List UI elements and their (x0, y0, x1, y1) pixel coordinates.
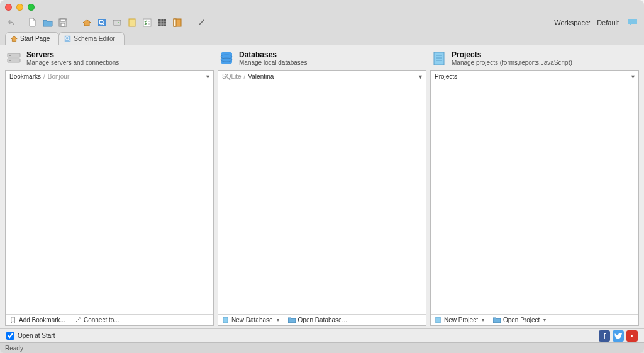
minimize-window-button[interactable] (16, 4, 23, 11)
save-button[interactable] (57, 16, 69, 29)
chevron-down-icon: ▾ (482, 317, 484, 323)
undo-button[interactable] (5, 16, 18, 29)
dropdown-icon[interactable]: ▼ (418, 74, 423, 80)
tab-start-page[interactable]: Start Page (5, 32, 59, 45)
open-at-start-label: Open at Start (18, 332, 55, 339)
home-button[interactable] (80, 16, 93, 29)
databases-subtitle: Manage local databases (239, 59, 307, 67)
sidebar-button[interactable] (171, 16, 184, 29)
search-button[interactable] (96, 16, 108, 29)
databases-panel-tabs[interactable]: SQLite / Valentina ▼ (218, 71, 426, 82)
folder-icon (288, 317, 296, 323)
svg-rect-9 (158, 19, 166, 26)
servers-column: Servers Manage servers and connections B… (5, 49, 214, 326)
youtube-icon (628, 333, 636, 339)
close-window-button[interactable] (5, 4, 12, 11)
servers-tab-bonjour[interactable]: Bonjour (48, 73, 69, 80)
open-at-start-toggle[interactable]: Open at Start (6, 332, 55, 340)
tab-separator: / (244, 73, 246, 80)
new-database-label: New Database (231, 317, 273, 323)
database-icon (219, 51, 234, 66)
svg-rect-22 (434, 52, 444, 65)
bottom-strip: Open at Start f (0, 328, 644, 342)
servers-footer: Add Bookmark... Connect to... (6, 314, 213, 325)
databases-tab-sqlite[interactable]: SQLite (222, 73, 242, 80)
social-links: f (599, 330, 638, 342)
databases-footer: New Database ▾ Open Database... (218, 314, 426, 325)
dropdown-icon[interactable]: ▼ (630, 74, 636, 80)
wand-button[interactable] (195, 16, 208, 29)
start-page-content: Servers Manage servers and connections B… (0, 45, 644, 342)
svg-rect-1 (60, 19, 65, 21)
main-toolbar: Workspace: Default (0, 14, 644, 31)
servers-list (6, 82, 213, 314)
svg-rect-2 (61, 23, 65, 26)
open-folder-button[interactable] (42, 16, 54, 29)
tab-label: Schema Editor (74, 35, 115, 42)
servers-header: Servers Manage servers and connections (5, 49, 214, 70)
add-bookmark-label: Add Bookmark... (19, 317, 65, 323)
open-database-button[interactable]: Open Database... (288, 317, 347, 323)
new-file-button[interactable] (26, 16, 39, 29)
databases-column: Databases Manage local databases SQLite … (218, 49, 426, 326)
projects-list (431, 82, 638, 314)
svg-rect-7 (129, 19, 135, 26)
svg-point-16 (9, 55, 11, 56)
servers-panel: Bookmarks / Bonjour ▼ Add Bookmark... (5, 70, 214, 326)
dropdown-icon[interactable]: ▼ (205, 74, 211, 80)
sidebar-icon (173, 18, 182, 27)
projects-tab[interactable]: Projects (435, 73, 457, 80)
columns-row: Servers Manage servers and connections B… (0, 45, 644, 328)
checklist-button[interactable] (141, 16, 153, 29)
twitter-button[interactable] (613, 330, 624, 342)
databases-panel: SQLite / Valentina ▼ New Database ▾ (218, 70, 426, 326)
svg-rect-8 (143, 19, 151, 26)
projects-header: Projects Manage projects (forms,reports,… (430, 49, 639, 70)
grid-button[interactable] (156, 16, 169, 29)
servers-subtitle: Manage servers and connections (26, 59, 119, 67)
tab-strip: Start Page Schema Editor (0, 31, 644, 45)
chat-icon (628, 18, 638, 27)
tab-separator: / (43, 73, 45, 80)
tab-schema-editor[interactable]: Schema Editor (58, 32, 125, 45)
svg-point-6 (118, 22, 119, 23)
window-controls (5, 4, 35, 11)
chevron-down-icon: ▾ (277, 317, 279, 323)
new-project-button[interactable]: New Project ▾ (435, 317, 484, 323)
new-project-label: New Project (444, 317, 478, 323)
search-icon (97, 18, 106, 27)
open-at-start-checkbox[interactable] (6, 332, 14, 340)
svg-point-17 (9, 60, 11, 61)
databases-header: Databases Manage local databases (218, 49, 426, 70)
open-project-button[interactable]: Open Project ▾ (493, 317, 546, 323)
file-icon (28, 18, 37, 28)
add-bookmark-button[interactable]: Add Bookmark... (9, 317, 65, 323)
servers-panel-tabs[interactable]: Bookmarks / Bonjour ▼ (6, 71, 213, 82)
projects-footer: New Project ▾ Open Project ▾ (431, 314, 638, 325)
project-icon (431, 51, 447, 66)
zoom-window-button[interactable] (28, 4, 35, 11)
open-project-label: Open Project (503, 317, 540, 323)
twitter-icon (614, 333, 622, 339)
status-bar: Ready (0, 342, 644, 353)
chat-button[interactable] (626, 16, 639, 29)
file-plus-icon (222, 317, 229, 323)
new-database-button[interactable]: New Database ▾ (222, 317, 279, 323)
connect-to-button[interactable]: Connect to... (74, 317, 119, 323)
projects-panel-tabs[interactable]: Projects ▼ (431, 71, 638, 82)
tab-label: Start Page (20, 35, 50, 42)
bookmark-icon (9, 317, 16, 323)
youtube-button[interactable] (626, 330, 638, 342)
servers-tab-bookmarks[interactable]: Bookmarks (9, 73, 41, 80)
disk-button[interactable] (111, 16, 123, 29)
workspace-value[interactable]: Default (597, 19, 619, 26)
checklist-icon (143, 18, 152, 27)
grid-icon (158, 18, 167, 27)
facebook-button[interactable]: f (599, 330, 610, 342)
svg-rect-23 (436, 317, 440, 323)
home-icon (11, 35, 18, 42)
databases-tab-valentina[interactable]: Valentina (248, 73, 274, 80)
svg-rect-21 (223, 317, 228, 323)
new-page-button[interactable] (126, 16, 138, 29)
folder-icon (43, 18, 53, 27)
